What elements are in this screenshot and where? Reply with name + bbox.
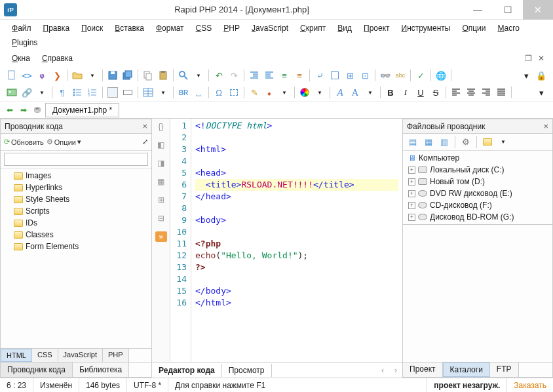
menu-css[interactable]: CSS [191,22,218,35]
restore-icon[interactable]: ❐ [523,53,533,64]
ruler-icon[interactable]: ⊞ [343,69,356,82]
tree-item[interactable]: Style Sheets [3,193,149,205]
plugin-icon[interactable]: ⬥ [263,86,276,99]
fe-drive[interactable]: +CD-дисковод (F:) [404,199,551,211]
fold-icon[interactable]: {} [156,121,166,132]
menu-search[interactable]: Поиск [76,22,108,35]
bullet-list-icon[interactable] [71,86,84,99]
invisible-icon[interactable]: ⊡ [358,69,372,82]
plugin-dropdown-icon[interactable]: ▼ [278,86,291,99]
wrap-icon[interactable]: ⤶ [313,69,326,82]
right-panel-close-icon[interactable]: × [543,121,548,131]
close-doc-icon[interactable]: ✕ [536,53,546,64]
lang-tab-js[interactable]: JavaScript [58,349,103,362]
tree-item[interactable]: IDs [3,217,149,229]
menu-plugins[interactable]: Plugins [7,36,43,49]
status-encoding[interactable]: UTF-8 * [127,378,168,392]
input-icon[interactable] [121,86,134,99]
save-all-icon[interactable] [121,69,134,82]
lang-tab-css[interactable]: CSS [32,349,58,362]
menu-php[interactable]: PHP [218,22,245,35]
image-icon[interactable] [5,86,18,99]
fe-drive[interactable]: +Новый том (D:) [404,176,551,187]
expander-icon[interactable]: + [408,202,415,209]
lock-icon[interactable]: 🔒 [535,69,548,82]
open-icon[interactable] [71,69,84,82]
refresh-button[interactable]: ⟳ Обновить [4,138,44,146]
left-panel-close-icon[interactable]: × [142,121,147,131]
right-tab-ftp[interactable]: FTP [490,363,519,377]
redo-icon[interactable]: ↷ [227,69,240,82]
italic-icon[interactable]: I [399,86,412,99]
close-button[interactable]: ✕ [523,0,553,20]
comment-icon[interactable]: ≡ [278,69,291,82]
menu-view[interactable]: Вид [332,22,357,35]
options-button[interactable]: ⚙ Опции ▾ [47,138,81,146]
binoculars-icon[interactable]: 👓 [379,69,392,82]
right-tab-project[interactable]: Проект [403,363,443,377]
code-explorer-search[interactable] [4,153,148,166]
tree-item[interactable]: Scripts [3,205,149,217]
br-icon[interactable]: BR [177,86,190,99]
editor-tab-next-icon[interactable]: › [389,366,402,375]
align-right-icon[interactable] [480,86,493,99]
expander-icon[interactable]: + [408,167,415,174]
uncomment-icon[interactable]: ≡ [293,69,306,82]
fe-gear-icon[interactable]: ⚙ [459,136,472,149]
marker2-icon[interactable]: ◨ [156,158,166,168]
menu-help[interactable]: Справка [37,52,78,65]
find-dropdown-icon[interactable]: ▼ [192,69,205,82]
menu-javascript[interactable]: JavaScript [246,22,294,35]
fe-view2-icon[interactable]: ▦ [422,136,435,149]
fe-drive[interactable]: +Локальный диск (C:) [404,164,551,176]
nav-back-icon[interactable]: ⬅ [4,104,16,116]
collapse-icon[interactable]: ⤢ [142,138,148,146]
font-dropdown-icon[interactable]: ▼ [364,86,377,99]
omega-icon[interactable]: Ω [212,86,225,99]
fe-drive[interactable]: +Дисковод BD-ROM (G:) [404,211,551,223]
fe-folder-icon[interactable] [481,136,494,149]
menu-edit[interactable]: Правка [38,22,75,35]
save-icon[interactable] [106,69,119,82]
status-order[interactable]: Заказать [507,378,553,392]
fe-view3-icon[interactable]: ▥ [438,136,451,149]
menu-format[interactable]: Формат [151,22,189,35]
menu-options[interactable]: Опции [457,22,491,35]
tree-item[interactable]: Images [3,170,149,182]
document-tab[interactable]: Документ1.php * [45,103,119,117]
maximize-button[interactable]: ☐ [493,0,523,20]
expander-icon[interactable]: + [408,214,415,221]
align-left-icon[interactable] [449,86,463,99]
indent-left-icon[interactable] [248,69,261,82]
code-area[interactable]: <!DOCTYPE html> <html> <head> <title>RSL… [191,119,402,362]
menu-macro[interactable]: Macro [493,22,525,35]
paste-icon[interactable] [157,69,170,82]
fe-dropdown-icon[interactable]: ▼ [497,136,510,149]
replace-icon[interactable]: abc [394,69,407,82]
browser-icon[interactable]: 🌐 [434,69,448,82]
style-dropdown-icon[interactable]: ▼ [35,86,48,99]
find-icon[interactable] [177,69,190,82]
fe-drive[interactable]: +DVD RW дисковод (E:) [404,187,551,199]
table-dropdown-icon[interactable]: ▼ [157,86,170,99]
nav-forward-icon[interactable]: ➡ [18,104,29,116]
menu-project[interactable]: Проект [358,22,395,35]
expander-icon[interactable]: + [408,190,415,197]
lang-tab-html[interactable]: HTML [1,349,32,362]
options-dropdown-icon[interactable]: ▾ [520,69,533,82]
form-icon[interactable] [106,86,119,99]
marker5-icon[interactable]: ⊟ [156,213,166,224]
marker4-icon[interactable]: ⊞ [156,195,166,205]
right-tab-catalogs[interactable]: Каталоги [443,363,490,377]
rss-icon[interactable]: ※ [155,231,167,242]
font-color-icon[interactable]: A [349,86,362,99]
fe-root[interactable]: 🖥Компьютер [404,152,551,164]
fe-view1-icon[interactable]: ▤ [406,136,419,149]
tree-item[interactable]: Hyperlinks [3,182,149,193]
color-picker-icon[interactable] [298,86,311,99]
new-file-icon[interactable] [5,69,18,82]
number-list-icon[interactable]: 123 [86,86,99,99]
menu-script[interactable]: Скрипт [295,22,331,35]
menu-file[interactable]: Файл [7,22,37,35]
copy-icon[interactable] [142,69,155,82]
